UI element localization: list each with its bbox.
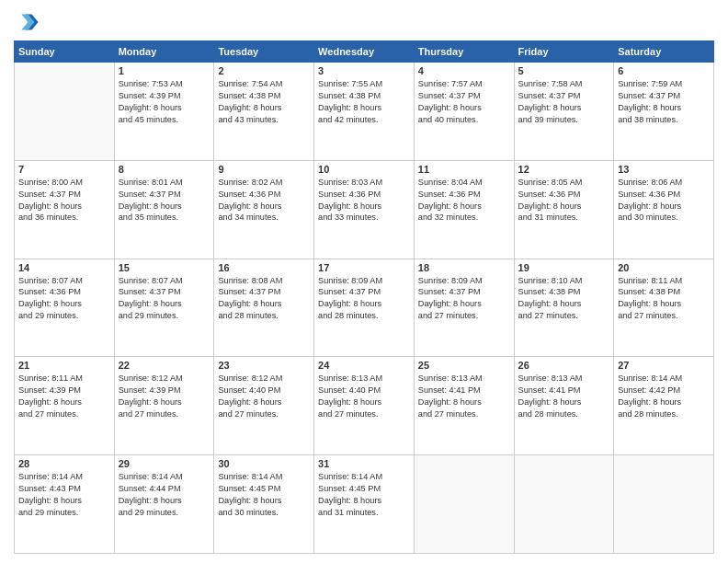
day-info: Sunrise: 8:07 AM Sunset: 4:37 PM Dayligh…: [119, 275, 210, 323]
calendar-cell: 8Sunrise: 8:01 AM Sunset: 4:37 PM Daylig…: [114, 160, 214, 259]
day-info: Sunrise: 8:08 AM Sunset: 4:37 PM Dayligh…: [218, 275, 310, 323]
day-info: Sunrise: 8:13 AM Sunset: 4:41 PM Dayligh…: [518, 373, 610, 420]
day-number: 4: [418, 65, 510, 76]
day-info: Sunrise: 8:06 AM Sunset: 4:36 PM Dayligh…: [618, 177, 710, 224]
calendar-week-row: 21Sunrise: 8:11 AM Sunset: 4:39 PM Dayli…: [15, 357, 714, 455]
day-number: 17: [318, 262, 410, 273]
day-info: Sunrise: 8:01 AM Sunset: 4:37 PM Dayligh…: [119, 177, 210, 224]
day-number: 25: [418, 360, 510, 371]
day-info: Sunrise: 8:13 AM Sunset: 4:41 PM Dayligh…: [418, 373, 510, 420]
day-info: Sunrise: 8:12 AM Sunset: 4:39 PM Dayligh…: [119, 373, 210, 420]
day-number: 26: [518, 360, 610, 371]
day-info: Sunrise: 8:12 AM Sunset: 4:40 PM Dayligh…: [218, 373, 310, 420]
weekday-header: Thursday: [414, 41, 514, 63]
day-info: Sunrise: 8:09 AM Sunset: 4:37 PM Dayligh…: [418, 275, 510, 323]
day-number: 1: [119, 65, 210, 76]
weekday-header: Saturday: [614, 41, 714, 63]
calendar-cell: [15, 63, 115, 161]
day-info: Sunrise: 8:03 AM Sunset: 4:36 PM Dayligh…: [318, 177, 410, 224]
day-number: 2: [218, 65, 310, 76]
calendar-cell: 2Sunrise: 7:54 AM Sunset: 4:38 PM Daylig…: [214, 63, 314, 161]
day-number: 7: [18, 164, 110, 175]
day-number: 19: [518, 262, 610, 273]
day-number: 28: [18, 458, 110, 469]
day-info: Sunrise: 8:14 AM Sunset: 4:42 PM Dayligh…: [618, 373, 710, 420]
day-number: 31: [318, 458, 410, 469]
day-info: Sunrise: 8:14 AM Sunset: 4:45 PM Dayligh…: [218, 471, 310, 519]
calendar-cell: [514, 455, 614, 554]
calendar-cell: 1Sunrise: 7:53 AM Sunset: 4:39 PM Daylig…: [114, 63, 214, 161]
day-number: 5: [518, 65, 610, 76]
calendar-cell: 15Sunrise: 8:07 AM Sunset: 4:37 PM Dayli…: [114, 259, 214, 357]
day-number: 21: [18, 360, 110, 371]
day-number: 14: [18, 262, 110, 273]
calendar-cell: 6Sunrise: 7:59 AM Sunset: 4:37 PM Daylig…: [614, 63, 714, 161]
day-number: 22: [119, 360, 210, 371]
weekday-header: Sunday: [15, 41, 115, 63]
calendar-week-row: 14Sunrise: 8:07 AM Sunset: 4:36 PM Dayli…: [15, 259, 714, 357]
calendar-cell: 11Sunrise: 8:04 AM Sunset: 4:36 PM Dayli…: [414, 160, 514, 259]
calendar-cell: 24Sunrise: 8:13 AM Sunset: 4:40 PM Dayli…: [314, 357, 415, 455]
day-info: Sunrise: 7:57 AM Sunset: 4:37 PM Dayligh…: [418, 78, 510, 126]
day-number: 18: [418, 262, 510, 273]
calendar-cell: [614, 455, 714, 554]
logo-icon: [14, 9, 40, 35]
day-info: Sunrise: 7:53 AM Sunset: 4:39 PM Dayligh…: [119, 78, 210, 126]
calendar-cell: 16Sunrise: 8:08 AM Sunset: 4:37 PM Dayli…: [214, 259, 314, 357]
calendar-header-row: SundayMondayTuesdayWednesdayThursdayFrid…: [15, 41, 714, 63]
day-number: 20: [618, 262, 710, 273]
day-number: 27: [618, 360, 710, 371]
calendar-cell: 5Sunrise: 7:58 AM Sunset: 4:37 PM Daylig…: [514, 63, 614, 161]
weekday-header: Wednesday: [314, 41, 415, 63]
day-info: Sunrise: 7:59 AM Sunset: 4:37 PM Dayligh…: [618, 78, 710, 126]
calendar-cell: 25Sunrise: 8:13 AM Sunset: 4:41 PM Dayli…: [414, 357, 514, 455]
calendar-cell: 26Sunrise: 8:13 AM Sunset: 4:41 PM Dayli…: [514, 357, 614, 455]
weekday-header: Monday: [114, 41, 214, 63]
day-info: Sunrise: 8:07 AM Sunset: 4:36 PM Dayligh…: [18, 275, 110, 323]
day-number: 3: [318, 65, 410, 76]
calendar-cell: 20Sunrise: 8:11 AM Sunset: 4:38 PM Dayli…: [614, 259, 714, 357]
calendar-week-row: 1Sunrise: 7:53 AM Sunset: 4:39 PM Daylig…: [15, 63, 714, 161]
day-info: Sunrise: 8:14 AM Sunset: 4:45 PM Dayligh…: [318, 471, 410, 519]
day-number: 30: [218, 458, 310, 469]
day-info: Sunrise: 8:09 AM Sunset: 4:37 PM Dayligh…: [318, 275, 410, 323]
calendar-cell: 21Sunrise: 8:11 AM Sunset: 4:39 PM Dayli…: [15, 357, 115, 455]
calendar-cell: 27Sunrise: 8:14 AM Sunset: 4:42 PM Dayli…: [614, 357, 714, 455]
day-info: Sunrise: 8:00 AM Sunset: 4:37 PM Dayligh…: [18, 177, 110, 224]
day-info: Sunrise: 7:54 AM Sunset: 4:38 PM Dayligh…: [218, 78, 310, 126]
day-number: 29: [119, 458, 210, 469]
day-number: 12: [518, 164, 610, 175]
day-number: 9: [218, 164, 310, 175]
calendar-cell: 17Sunrise: 8:09 AM Sunset: 4:37 PM Dayli…: [314, 259, 415, 357]
calendar-cell: 10Sunrise: 8:03 AM Sunset: 4:36 PM Dayli…: [314, 160, 415, 259]
calendar-cell: 22Sunrise: 8:12 AM Sunset: 4:39 PM Dayli…: [114, 357, 214, 455]
day-number: 11: [418, 164, 510, 175]
day-info: Sunrise: 8:02 AM Sunset: 4:36 PM Dayligh…: [218, 177, 310, 224]
day-number: 15: [119, 262, 210, 273]
calendar-cell: 19Sunrise: 8:10 AM Sunset: 4:38 PM Dayli…: [514, 259, 614, 357]
weekday-header: Tuesday: [214, 41, 314, 63]
calendar-cell: 9Sunrise: 8:02 AM Sunset: 4:36 PM Daylig…: [214, 160, 314, 259]
calendar-cell: 13Sunrise: 8:06 AM Sunset: 4:36 PM Dayli…: [614, 160, 714, 259]
day-number: 6: [618, 65, 710, 76]
calendar-cell: [414, 455, 514, 554]
day-info: Sunrise: 8:04 AM Sunset: 4:36 PM Dayligh…: [418, 177, 510, 224]
calendar-cell: 30Sunrise: 8:14 AM Sunset: 4:45 PM Dayli…: [214, 455, 314, 554]
page: SundayMondayTuesdayWednesdayThursdayFrid…: [0, 0, 728, 563]
day-number: 8: [119, 164, 210, 175]
day-number: 23: [218, 360, 310, 371]
calendar-cell: 14Sunrise: 8:07 AM Sunset: 4:36 PM Dayli…: [15, 259, 115, 357]
calendar-cell: 18Sunrise: 8:09 AM Sunset: 4:37 PM Dayli…: [414, 259, 514, 357]
calendar-cell: 29Sunrise: 8:14 AM Sunset: 4:44 PM Dayli…: [114, 455, 214, 554]
calendar-cell: 3Sunrise: 7:55 AM Sunset: 4:38 PM Daylig…: [314, 63, 415, 161]
day-info: Sunrise: 7:58 AM Sunset: 4:37 PM Dayligh…: [518, 78, 610, 126]
calendar-cell: 31Sunrise: 8:14 AM Sunset: 4:45 PM Dayli…: [314, 455, 415, 554]
day-number: 24: [318, 360, 410, 371]
calendar-cell: 7Sunrise: 8:00 AM Sunset: 4:37 PM Daylig…: [15, 160, 115, 259]
calendar-week-row: 7Sunrise: 8:00 AM Sunset: 4:37 PM Daylig…: [15, 160, 714, 259]
header: [14, 9, 714, 35]
calendar-cell: 23Sunrise: 8:12 AM Sunset: 4:40 PM Dayli…: [214, 357, 314, 455]
day-info: Sunrise: 7:55 AM Sunset: 4:38 PM Dayligh…: [318, 78, 410, 126]
day-number: 10: [318, 164, 410, 175]
day-info: Sunrise: 8:14 AM Sunset: 4:43 PM Dayligh…: [18, 471, 110, 519]
